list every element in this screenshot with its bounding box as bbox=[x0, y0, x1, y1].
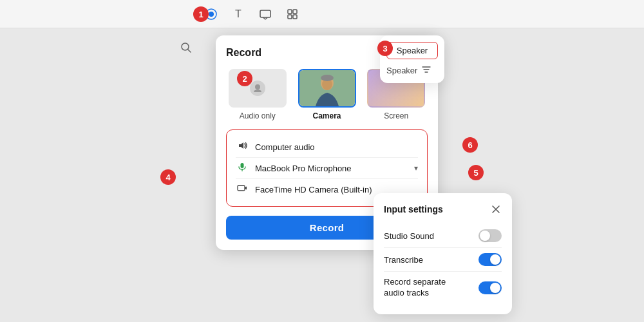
svg-point-13 bbox=[321, 75, 334, 81]
computer-audio-row: Computer audio bbox=[236, 137, 418, 157]
camera-option-audio[interactable]: Audio only bbox=[226, 69, 289, 120]
svg-rect-2 bbox=[260, 10, 270, 17]
badge-2: 2 bbox=[237, 71, 252, 86]
record-panel-title: Record bbox=[226, 47, 261, 59]
screen-label: Screen bbox=[384, 111, 408, 120]
microphone-chevron: ▾ bbox=[414, 164, 418, 173]
grid-toolbar-icon[interactable] bbox=[285, 6, 300, 22]
input-settings-panel: Input settings Studio Sound Transcribe R… bbox=[374, 193, 512, 314]
input-settings-title: Input settings bbox=[384, 204, 443, 214]
camera-option-camera[interactable]: Camera bbox=[296, 69, 359, 120]
camera-thumb bbox=[298, 69, 356, 108]
speaker-filter-icon[interactable] bbox=[421, 64, 431, 77]
input-settings-close-button[interactable] bbox=[490, 204, 502, 215]
svg-point-1 bbox=[209, 12, 214, 17]
transcribe-row: Transcribe bbox=[384, 247, 502, 271]
studio-sound-row: Studio Sound bbox=[384, 224, 502, 247]
audio-only-label: Audio only bbox=[240, 111, 276, 120]
badge-5: 5 bbox=[468, 165, 484, 180]
speaker-row: Speaker bbox=[386, 64, 438, 77]
badge-4: 4 bbox=[160, 169, 176, 185]
search-icon[interactable] bbox=[180, 42, 192, 57]
badge-3: 3 bbox=[377, 41, 393, 56]
screen-toolbar-icon[interactable] bbox=[258, 6, 273, 22]
badge-6: 6 bbox=[462, 137, 478, 153]
svg-rect-6 bbox=[293, 15, 297, 19]
transcribe-toggle[interactable] bbox=[478, 253, 502, 266]
separate-tracks-toggle[interactable] bbox=[478, 281, 502, 294]
separate-tracks-label: Record separate audio tracks bbox=[384, 277, 468, 299]
studio-sound-label: Studio Sound bbox=[384, 231, 434, 241]
studio-sound-toggle[interactable] bbox=[478, 229, 502, 242]
transcribe-label: Transcribe bbox=[384, 255, 423, 265]
text-toolbar-icon[interactable]: T bbox=[231, 6, 246, 22]
computer-audio-name: Computer audio bbox=[255, 142, 418, 152]
input-settings-header: Input settings bbox=[384, 204, 502, 215]
toolbar: T bbox=[0, 0, 644, 28]
svg-rect-14 bbox=[241, 163, 244, 168]
microphone-row[interactable]: MacBook Pro Microphone ▾ bbox=[236, 157, 418, 178]
camera-device-icon bbox=[236, 183, 249, 196]
svg-rect-16 bbox=[238, 185, 245, 191]
toolbar-icons: T bbox=[204, 6, 300, 22]
computer-audio-icon bbox=[236, 140, 249, 153]
microphone-icon bbox=[236, 162, 249, 175]
separate-tracks-row: Record separate audio tracks bbox=[384, 271, 502, 304]
microphone-name: MacBook Pro Microphone bbox=[255, 164, 408, 173]
speaker-label-text: Speaker bbox=[386, 66, 417, 75]
speaker-button[interactable]: Speaker bbox=[386, 42, 438, 59]
svg-rect-3 bbox=[288, 10, 292, 14]
svg-rect-4 bbox=[293, 10, 297, 14]
svg-rect-5 bbox=[288, 15, 292, 19]
badge-1: 1 bbox=[193, 6, 209, 22]
camera-label: Camera bbox=[312, 111, 341, 120]
